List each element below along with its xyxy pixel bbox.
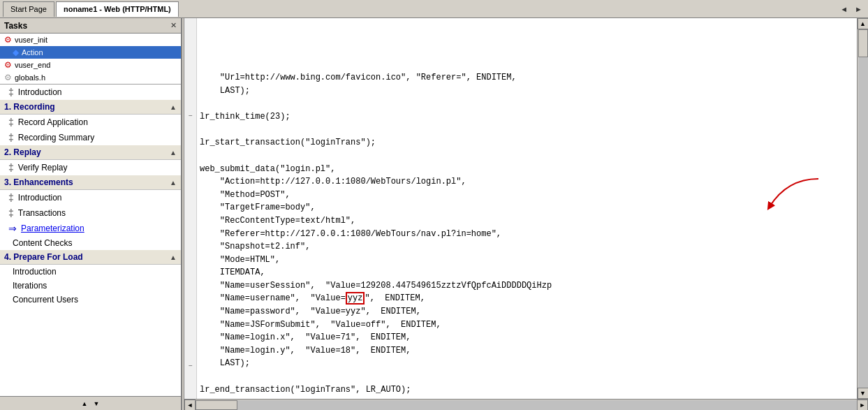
gutter-row-17 xyxy=(184,228,196,242)
nav-left-arrow[interactable]: ◄ xyxy=(837,5,851,13)
gutter-row-4 xyxy=(184,57,196,71)
gutter-row-1 xyxy=(184,18,196,31)
scroll-up-arrow[interactable]: ▲ xyxy=(858,18,869,29)
gutter-row-29 xyxy=(184,386,196,399)
script-icon: ⚙ xyxy=(4,35,12,45)
gutter-row-23 xyxy=(184,307,196,321)
task-item-iterations[interactable]: Iterations xyxy=(0,279,181,293)
task-item-prepare-intro[interactable]: Introduction xyxy=(0,265,181,279)
gutter-row-15 xyxy=(184,202,196,215)
tree-label-globals: globals.h xyxy=(15,73,45,82)
intro-bullet: ‡ xyxy=(8,87,14,98)
verify-replay-bullet: ‡ xyxy=(8,162,14,173)
tree-item-vuser-end[interactable]: ⚙ vuser_end xyxy=(0,59,181,71)
tasks-list: ‡ Introduction 1. Recording ▲ ‡ Record A… xyxy=(0,85,181,396)
gutter-row-3 xyxy=(184,45,196,58)
gutter-row-14 xyxy=(184,189,196,202)
tasks-title: Tasks xyxy=(4,21,27,31)
task-item-parameterization[interactable]: ⇒ Parameterization xyxy=(0,221,181,236)
code-panel-inner: − − xyxy=(184,18,868,399)
left-panel-scroll: ▲ ▼ xyxy=(0,396,181,410)
record-app-bullet: ‡ xyxy=(8,117,14,128)
section-recording[interactable]: 1. Recording ▲ xyxy=(0,100,181,115)
gutter-row-6 xyxy=(184,84,196,97)
scroll-down-arrow[interactable]: ▼ xyxy=(858,388,869,399)
vertical-scrollbar[interactable]: ▲ ▼ xyxy=(857,18,868,399)
file-tree: ⚙ vuser_init ◆ Action ⚙ vuser_end ⚙ glob… xyxy=(0,34,181,85)
code-line-1: "Url=http://www.bing.com/favicon.ico", "… xyxy=(200,73,552,399)
task-item-enh-intro[interactable]: ‡ Introduction xyxy=(0,190,181,205)
task-item-intro[interactable]: ‡ Introduction xyxy=(0,85,181,100)
gutter-row-2 xyxy=(184,31,196,45)
gutter-row-22 xyxy=(184,294,196,307)
task-item-recording-summary[interactable]: ‡ Recording Summary xyxy=(0,130,181,145)
gutter-row-18 xyxy=(184,242,196,255)
vuser-end-icon: ⚙ xyxy=(4,60,12,70)
gutter-row-19 xyxy=(184,254,196,268)
task-item-content-checks[interactable]: Content Checks xyxy=(0,236,181,250)
annotation-arrow xyxy=(766,175,822,217)
tab-start-page[interactable]: Start Page xyxy=(3,1,54,17)
task-item-record-app[interactable]: ‡ Record Application xyxy=(0,115,181,130)
code-text-area[interactable]: "Url=http://www.bing.com/favicon.ico", "… xyxy=(197,18,857,399)
gutter-row-13 xyxy=(184,176,196,189)
tasks-panel: Tasks ✕ ⚙ vuser_init ◆ Action ⚙ vuser_en… xyxy=(0,18,182,410)
task-item-verify-replay[interactable]: ‡ Verify Replay xyxy=(0,160,181,175)
gutter-row-26 xyxy=(184,346,196,360)
section-replay-arrow: ▲ xyxy=(170,149,177,156)
h-scrollbar[interactable]: ◄ ► xyxy=(184,399,868,410)
action-icon: ◆ xyxy=(13,47,19,57)
h-scroll-left[interactable]: ◄ xyxy=(184,400,196,411)
prepare-intro-label: Introduction xyxy=(13,267,57,277)
task-item-transactions[interactable]: ‡ Transactions xyxy=(0,205,181,221)
gutter-row-9 xyxy=(184,123,196,136)
tab-bar: Start Page noname1 - Web (HTTP/HTML) ◄ ► xyxy=(0,0,868,18)
task-item-concurrent-users[interactable]: Concurrent Users xyxy=(0,293,181,307)
section-replay-label: 2. Replay xyxy=(4,147,41,157)
record-app-label: Record Application xyxy=(18,117,88,127)
section-enhancements-label: 3. Enhancements xyxy=(4,177,73,187)
verify-replay-label: Verify Replay xyxy=(18,163,68,173)
scroll-down-btn[interactable]: ▼ xyxy=(91,400,103,407)
transactions-label: Transactions xyxy=(18,208,66,218)
gutter-row-20 xyxy=(184,268,196,281)
nav-arrows: ◄ ► xyxy=(837,5,865,13)
nav-right-arrow[interactable]: ► xyxy=(852,5,865,13)
tab-active[interactable]: noname1 - Web (HTTP/HTML) xyxy=(56,1,179,17)
gutter-row-24 xyxy=(184,320,196,333)
enh-intro-label: Introduction xyxy=(18,193,62,203)
scroll-track[interactable] xyxy=(858,29,868,388)
enh-intro-bullet: ‡ xyxy=(8,192,14,203)
section-prepare-arrow: ▲ xyxy=(170,254,177,261)
tree-item-globals[interactable]: ⚙ globals.h xyxy=(0,71,181,84)
gutter-collapse-2[interactable]: − xyxy=(184,360,196,373)
section-replay[interactable]: 2. Replay ▲ xyxy=(0,145,181,160)
h-scroll-track[interactable] xyxy=(196,400,857,410)
scroll-up-btn[interactable]: ▲ xyxy=(79,400,91,407)
tree-item-vuser-init[interactable]: ⚙ vuser_init xyxy=(0,34,181,46)
tree-item-action[interactable]: ◆ Action xyxy=(0,46,181,59)
tasks-header: Tasks ✕ xyxy=(0,18,181,34)
h-scroll-right[interactable]: ► xyxy=(857,400,868,411)
section-recording-arrow: ▲ xyxy=(170,103,177,111)
parameterization-label[interactable]: Parameterization xyxy=(21,224,84,233)
section-prepare-label: 4. Prepare For Load xyxy=(4,252,83,262)
gutter-row-21 xyxy=(184,281,196,294)
gutter-collapse-1[interactable]: − xyxy=(184,110,196,124)
tasks-close-button[interactable]: ✕ xyxy=(170,21,177,30)
concurrent-users-label: Concurrent Users xyxy=(13,295,78,305)
selected-value: yyz xyxy=(346,292,365,305)
gutter-row-10 xyxy=(184,136,196,149)
gutter-row-28 xyxy=(184,373,196,386)
main-area: Tasks ✕ ⚙ vuser_init ◆ Action ⚙ vuser_en… xyxy=(0,18,868,410)
h-scroll-thumb[interactable] xyxy=(196,400,237,410)
section-enhancements[interactable]: 3. Enhancements ▲ xyxy=(0,175,181,190)
scroll-thumb[interactable] xyxy=(858,29,868,57)
tree-label-vuser-init: vuser_init xyxy=(15,36,47,44)
tree-label-vuser-end: vuser_end xyxy=(15,61,50,69)
section-enhancements-arrow: ▲ xyxy=(170,179,177,186)
gutter-row-25 xyxy=(184,333,196,346)
gutter-row-5 xyxy=(184,71,196,84)
parameterization-arrow-icon: ⇒ xyxy=(8,223,17,234)
section-prepare[interactable]: 4. Prepare For Load ▲ xyxy=(0,250,181,265)
